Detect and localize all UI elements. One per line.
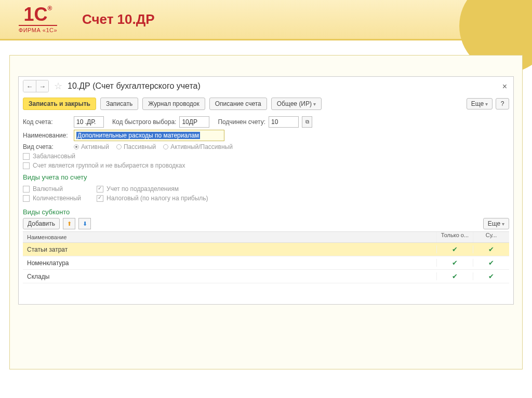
name-input[interactable]: Дополнительные расходы по материалам [74,130,224,141]
col-name: Наименование [23,232,436,242]
fields-area: Код счета: Код быстрого выбора: Подчинен… [19,116,513,283]
radio-active[interactable]: Активный [74,143,109,150]
row-only-check[interactable]: ✔ [436,245,473,253]
description-button[interactable]: Описание счета [209,98,267,110]
radio-active-passive[interactable]: Активный/Пассивный [163,143,233,150]
logo: 1C® ФИРМА «1С» [9,5,66,34]
col-only: Только о... [436,232,473,242]
row-name: Статьи затрат [23,244,436,255]
department-checkbox[interactable]: Учет по подразделениям [97,185,208,193]
row-name: Склады [23,271,436,282]
account-type-radios: Активный Пассивный Активный/Пассивный [74,143,233,150]
col-sum: Су... [473,232,509,242]
table-row[interactable]: Статьи затрат✔✔ [23,243,509,256]
parent-label: Подчинен счету: [218,118,265,126]
row-sum-check[interactable]: ✔ [473,259,509,267]
form-title: 10.ДР (Счет бухгалтерского учета) [68,81,201,91]
back-button[interactable]: ← [23,80,36,92]
help-button[interactable]: ? [496,98,509,109]
account-form-window: ← → ☆ 10.ДР (Счет бухгалтерского учета) … [18,76,514,305]
slide-header: 1C® ФИРМА «1С» Счет 10.ДР [0,0,532,40]
code-input[interactable] [74,116,104,128]
close-icon[interactable]: × [502,82,507,91]
parent-input[interactable] [269,116,299,128]
account-type-label: Вид счета: [23,143,71,150]
quick-code-input[interactable] [179,116,209,128]
content-frame: ← → ☆ 10.ДР (Счет бухгалтерского учета) … [9,55,523,369]
table-row[interactable]: Склады✔✔ [23,270,509,283]
group-checkbox[interactable]: Счет является группой и не выбирается в … [23,162,509,169]
row-sum-check[interactable]: ✔ [473,245,509,253]
forward-button[interactable]: → [36,80,48,92]
quantity-checkbox[interactable]: Количественный [23,195,81,202]
table-header: Наименование Только о... Су... [23,232,509,243]
name-label: Наименование: [23,132,71,139]
more-button[interactable]: Еще [467,98,493,109]
journal-button[interactable]: Журнал проводок [142,98,205,110]
row-sum-check[interactable]: ✔ [473,272,509,280]
add-subkonto-button[interactable]: Добавить [23,218,60,229]
form-header: ← → ☆ 10.ДР (Счет бухгалтерского учета) … [19,77,513,95]
accounting-types-heading: Виды учета по счету [23,173,509,181]
radio-passive[interactable]: Пассивный [116,143,156,150]
code-label: Код счета: [23,118,71,126]
parent-picker-button[interactable]: ⧉ [302,116,312,128]
favorite-star-icon[interactable]: ☆ [54,80,62,92]
row-name: Номенклатура [23,257,436,269]
subkonto-types-heading: Виды субконто [23,208,509,216]
move-up-button[interactable]: ⬆ [63,218,75,229]
save-and-close-button[interactable]: Записать и закрыть [23,98,96,110]
currency-checkbox[interactable]: Валютный [23,185,81,193]
slide-title: Счет 10.ДР [82,11,155,28]
general-ir-button[interactable]: Общее (ИР) [271,98,322,110]
move-down-button[interactable]: ⬇ [78,218,91,229]
row-only-check[interactable]: ✔ [436,272,473,280]
subkonto-table: Наименование Только о... Су... Статьи за… [23,231,509,283]
subkonto-more-button[interactable]: Еще [483,218,509,229]
offbalance-checkbox[interactable]: Забалансовый [23,153,509,160]
row-only-check[interactable]: ✔ [436,259,473,267]
save-button[interactable]: Записать [100,98,138,110]
quick-code-label: Код быстрого выбора: [112,118,176,126]
table-row[interactable]: Номенклатура✔✔ [23,256,509,270]
toolbar: Записать и закрыть Записать Журнал прово… [19,95,513,114]
tax-checkbox[interactable]: Налоговый (по налогу на прибыль) [97,195,208,202]
